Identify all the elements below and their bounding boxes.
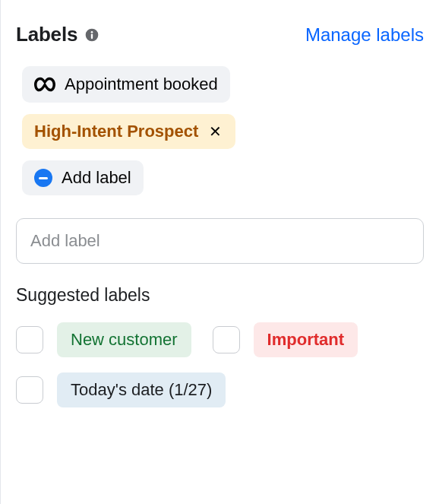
add-label-text: Add label	[62, 168, 131, 188]
checkbox[interactable]	[16, 376, 43, 404]
info-icon[interactable]	[84, 27, 100, 43]
close-icon[interactable]: ✕	[207, 122, 223, 141]
suggested-chip[interactable]: Today's date (1/27)	[57, 372, 226, 407]
manage-labels-link[interactable]: Manage labels	[305, 24, 424, 46]
title-wrap: Labels	[16, 23, 100, 46]
label-chip-high-intent-prospect[interactable]: High-Intent Prospect ✕	[22, 114, 235, 149]
add-label-chip[interactable]: Add label	[22, 160, 144, 195]
svg-point-1	[91, 30, 93, 33]
suggested-item-new-customer: New customer	[16, 322, 191, 357]
current-labels-list: Appointment booked High-Intent Prospect …	[16, 66, 424, 195]
suggested-chip[interactable]: New customer	[57, 322, 191, 357]
minus-circle-icon	[34, 169, 52, 187]
suggested-chip-text: Important	[267, 330, 344, 350]
svg-rect-2	[91, 33, 93, 39]
labels-header: Labels Manage labels	[16, 23, 424, 46]
suggested-chip-text: New customer	[71, 330, 178, 350]
add-label-input[interactable]	[16, 218, 424, 264]
suggested-labels-title: Suggested labels	[16, 285, 424, 306]
label-chip-appointment-booked[interactable]: Appointment booked	[22, 66, 230, 103]
checkbox[interactable]	[16, 326, 43, 353]
suggested-chip-text: Today's date (1/27)	[71, 380, 212, 400]
suggested-labels-list: New customer Important Today's date (1/2…	[16, 322, 424, 407]
suggested-item-important: Important	[213, 322, 358, 357]
label-text: Appointment booked	[65, 74, 218, 94]
labels-title: Labels	[16, 23, 77, 46]
suggested-item-todays-date: Today's date (1/27)	[16, 372, 226, 407]
label-text: High-Intent Prospect	[34, 122, 198, 141]
meta-icon	[34, 74, 55, 95]
suggested-chip[interactable]: Important	[254, 322, 358, 357]
checkbox[interactable]	[213, 326, 240, 353]
